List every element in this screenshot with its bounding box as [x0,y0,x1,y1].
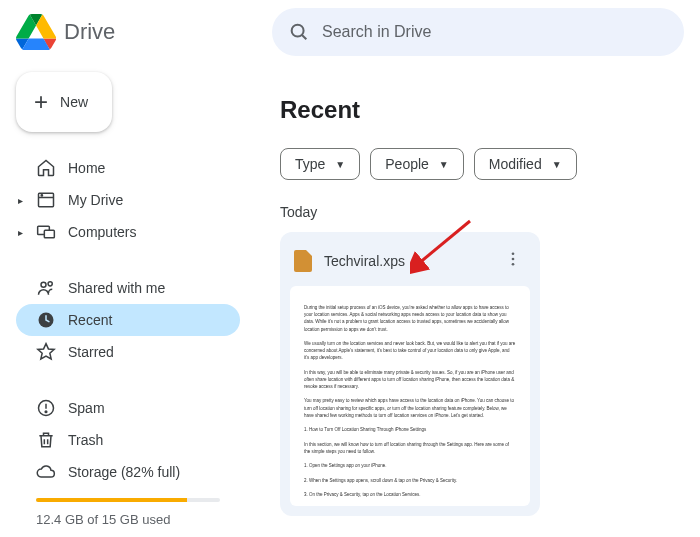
storage-usage-text: 12.4 GB of 15 GB used [16,508,240,531]
file-card[interactable]: Techviral.xps During the initial setup p… [280,232,540,516]
file-preview: During the initial setup process of an i… [290,286,530,506]
sidebar-item-label: Storage (82% full) [68,464,180,480]
filter-chip-type[interactable]: Type ▼ [280,148,360,180]
new-button-label: New [60,94,88,110]
spam-icon [36,398,56,418]
search-bar[interactable] [272,8,684,56]
home-icon [36,158,56,178]
sidebar: + New Home ▸ My Drive ▸ [0,64,256,537]
file-more-menu[interactable] [500,246,526,276]
svg-point-4 [41,195,42,196]
star-icon [36,342,56,362]
svg-point-14 [512,258,515,261]
svg-line-1 [302,35,306,39]
sidebar-item-label: Computers [68,224,136,240]
shared-icon [36,278,56,298]
caret-icon: ▸ [18,195,23,206]
sidebar-item-label: Home [68,160,105,176]
computers-icon [36,222,56,242]
plus-icon: + [34,90,48,114]
chip-label: Type [295,156,325,172]
chevron-down-icon: ▼ [552,159,562,170]
drive-icon [36,190,56,210]
app-name: Drive [64,19,115,45]
chip-label: Modified [489,156,542,172]
sidebar-item-label: Starred [68,344,114,360]
svg-point-7 [41,282,46,287]
filter-chip-people[interactable]: People ▼ [370,148,464,180]
section-label: Today [280,204,676,220]
sidebar-item-label: Recent [68,312,112,328]
more-vert-icon [504,250,522,268]
sidebar-item-mydrive[interactable]: ▸ My Drive [16,184,240,216]
file-type-icon [294,250,312,272]
drive-logo-icon [16,12,56,52]
sidebar-item-shared[interactable]: Shared with me [16,272,240,304]
sidebar-item-label: My Drive [68,192,123,208]
svg-point-15 [512,263,515,266]
preview-text: During the initial setup process of an i… [304,304,516,506]
search-icon [288,21,310,43]
header: Drive [0,0,700,64]
svg-rect-6 [44,230,54,238]
filter-chips: Type ▼ People ▼ Modified ▼ [280,148,676,180]
filter-chip-modified[interactable]: Modified ▼ [474,148,577,180]
storage-fill [36,498,187,502]
sidebar-item-label: Shared with me [68,280,165,296]
trash-icon [36,430,56,450]
sidebar-item-label: Spam [68,400,105,416]
logo-area[interactable]: Drive [16,12,264,52]
new-button[interactable]: + New [16,72,112,132]
svg-point-0 [292,25,304,37]
page-title: Recent [280,96,676,124]
search-input[interactable] [322,23,668,41]
chevron-down-icon: ▼ [335,159,345,170]
cloud-icon [36,462,56,482]
sidebar-item-storage[interactable]: Storage (82% full) [16,456,240,488]
file-name: Techviral.xps [324,253,488,269]
chevron-down-icon: ▼ [439,159,449,170]
sidebar-item-computers[interactable]: ▸ Computers [16,216,240,248]
caret-icon: ▸ [18,227,23,238]
sidebar-item-trash[interactable]: Trash [16,424,240,456]
sidebar-item-starred[interactable]: Starred [16,336,240,368]
main-content: Recent Type ▼ People ▼ Modified ▼ Today … [256,64,700,537]
sidebar-item-home[interactable]: Home [16,152,240,184]
svg-point-12 [45,411,47,413]
recent-icon [36,310,56,330]
svg-point-13 [512,252,515,255]
sidebar-item-recent[interactable]: Recent [16,304,240,336]
chip-label: People [385,156,429,172]
sidebar-item-spam[interactable]: Spam [16,392,240,424]
file-header: Techviral.xps [280,232,540,286]
sidebar-item-label: Trash [68,432,103,448]
storage-bar [36,498,220,502]
svg-point-8 [48,282,52,286]
